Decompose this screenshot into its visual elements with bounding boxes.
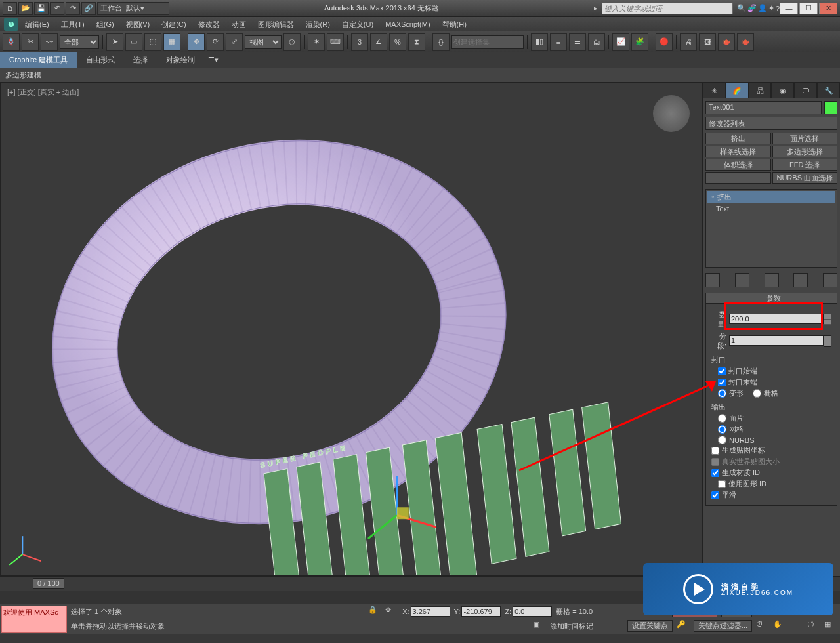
menu-edit[interactable]: 编辑(E) bbox=[20, 18, 54, 31]
save-button[interactable]: 💾 bbox=[34, 2, 49, 15]
ref-coord-dropdown[interactable]: 视图 bbox=[245, 35, 282, 49]
menu-grapheditors[interactable]: 图形编辑器 bbox=[253, 18, 299, 31]
viewcube[interactable] bbox=[653, 95, 690, 132]
window-crossing-icon[interactable]: ▦ bbox=[163, 33, 180, 51]
time-slider-thumb[interactable]: 0 / 100 bbox=[33, 578, 64, 589]
max-viewport-icon[interactable]: ▦ bbox=[824, 620, 837, 632]
tab-freeform[interactable]: 自由形式 bbox=[77, 52, 124, 68]
app-menu-button[interactable]: ❸ bbox=[4, 18, 18, 31]
mod-blank[interactable] bbox=[705, 172, 771, 184]
menu-tools[interactable]: 工具(T) bbox=[56, 18, 90, 31]
make-unique-icon[interactable] bbox=[765, 273, 779, 287]
link-button[interactable]: 🔗 bbox=[81, 2, 96, 15]
angle-snap-icon[interactable]: ∠ bbox=[370, 33, 387, 51]
manipulate-icon[interactable]: ✶ bbox=[308, 33, 325, 51]
pin-stack-icon[interactable] bbox=[705, 273, 720, 287]
tab-display-icon[interactable]: 🖵 bbox=[794, 83, 817, 98]
infocenter-arrow-icon[interactable]: ▸ bbox=[594, 4, 598, 12]
lock-selection-icon[interactable]: 🔒 bbox=[368, 606, 381, 617]
coord-y-input[interactable] bbox=[461, 606, 501, 617]
orbit-icon[interactable]: ⭯ bbox=[807, 620, 820, 632]
configure-sets-icon[interactable] bbox=[823, 273, 837, 287]
isolate-icon[interactable]: ▣ bbox=[533, 620, 546, 632]
mod-splineselect[interactable]: 样条线选择 bbox=[705, 146, 771, 157]
output-mesh-radio[interactable] bbox=[718, 425, 726, 434]
rotate-icon[interactable]: ⟳ bbox=[207, 33, 224, 51]
use-shape-id-checkbox[interactable] bbox=[718, 480, 726, 488]
stack-item-extrude[interactable]: ♀ 挤出 bbox=[707, 191, 835, 203]
render-iterative-icon[interactable]: 🫖 bbox=[737, 33, 754, 51]
key-mode-icon[interactable]: 🔑 bbox=[677, 620, 690, 632]
select-link-icon[interactable]: 🪢 bbox=[3, 33, 20, 51]
rendered-frame-icon[interactable]: 🖼 bbox=[699, 33, 716, 51]
unlink-icon[interactable]: ✂ bbox=[22, 33, 39, 51]
tab-create-icon[interactable]: ✳ bbox=[703, 83, 726, 98]
mod-volselect[interactable]: 体积选择 bbox=[705, 159, 771, 171]
viewport-label[interactable]: [+] [正交] [真实 + 边面] bbox=[7, 87, 79, 97]
favorite-icon[interactable]: ✦ bbox=[768, 4, 774, 12]
select-region-icon[interactable]: ⬚ bbox=[144, 33, 161, 51]
menu-animation[interactable]: 动画 bbox=[226, 18, 251, 31]
modifier-stack[interactable]: ♀ 挤出 Text bbox=[705, 189, 837, 268]
mod-ffdselect[interactable]: FFD 选择 bbox=[772, 159, 838, 171]
tab-utilities-icon[interactable]: 🔧 bbox=[817, 83, 840, 98]
named-sets-edit-icon[interactable]: {} bbox=[432, 33, 450, 51]
open-button[interactable]: 📂 bbox=[18, 2, 33, 15]
zoom-extents-icon[interactable]: ⛶ bbox=[790, 620, 803, 632]
mod-patchselect[interactable]: 面片选择 bbox=[772, 133, 838, 144]
close-button[interactable]: ✕ bbox=[819, 3, 837, 14]
keyboard-shortcut-icon[interactable]: ⌨ bbox=[327, 33, 344, 51]
layer-explorer-icon[interactable]: 🗂 bbox=[588, 33, 605, 51]
tab-motion-icon[interactable]: ◉ bbox=[771, 83, 794, 98]
object-color-swatch[interactable] bbox=[824, 101, 837, 114]
mod-polyselect[interactable]: 多边形选择 bbox=[772, 146, 838, 157]
schematic-icon[interactable]: 🧩 bbox=[631, 33, 648, 51]
help-search-input[interactable] bbox=[602, 3, 733, 14]
tab-selection[interactable]: 选择 bbox=[124, 52, 157, 68]
key-filters-button[interactable]: 关键点过滤器... bbox=[694, 620, 752, 632]
workspace-dropdown[interactable]: 工作台: 默认 ▾ bbox=[97, 2, 169, 15]
absolute-transform-icon[interactable]: ✥ bbox=[385, 606, 398, 617]
pivot-icon[interactable]: ◎ bbox=[284, 33, 301, 51]
ribbon-panel-label[interactable]: 多边形建模 bbox=[5, 70, 41, 80]
viewport[interactable]: [+] [正交] [真实 + 边面] SUP bbox=[0, 83, 702, 576]
minimize-button[interactable]: — bbox=[780, 3, 798, 14]
exchange-icon[interactable]: 🧬 bbox=[747, 4, 757, 12]
stack-item-text[interactable]: Text bbox=[707, 203, 835, 214]
maxscript-mini-listener[interactable]: 欢迎使用 MAXSc bbox=[1, 606, 67, 633]
percent-snap-icon[interactable]: % bbox=[389, 33, 406, 51]
gen-matid-checkbox[interactable] bbox=[711, 469, 719, 477]
spinner-snap-icon[interactable]: ⧗ bbox=[408, 33, 425, 51]
output-nurbs-radio[interactable] bbox=[718, 436, 726, 444]
object-name-input[interactable]: Text001 bbox=[705, 101, 822, 114]
scale-icon[interactable]: ⤢ bbox=[226, 33, 243, 51]
signin-icon[interactable]: 👤 bbox=[758, 4, 767, 12]
menu-help[interactable]: 帮助(H) bbox=[437, 18, 472, 31]
redo-button[interactable]: ↷ bbox=[66, 2, 80, 15]
menu-group[interactable]: 组(G) bbox=[91, 18, 119, 31]
select-object-icon[interactable]: ➤ bbox=[106, 33, 123, 51]
show-end-icon[interactable] bbox=[735, 273, 749, 287]
grid-radio[interactable] bbox=[753, 389, 761, 398]
pan-view-icon[interactable]: ✋ bbox=[773, 620, 786, 632]
cap-end-checkbox[interactable] bbox=[718, 379, 726, 386]
setkey-button[interactable]: 设置关键点 bbox=[627, 620, 673, 632]
maximize-button[interactable]: ☐ bbox=[799, 3, 818, 14]
segments-spinner[interactable] bbox=[729, 335, 831, 347]
mirror-icon[interactable]: ▮▯ bbox=[531, 33, 548, 51]
new-button[interactable]: 🗋 bbox=[3, 2, 17, 15]
align-icon[interactable]: ≡ bbox=[550, 33, 567, 51]
snap-toggle-icon[interactable]: 3 bbox=[351, 33, 368, 51]
menu-customize[interactable]: 自定义(U) bbox=[337, 18, 379, 31]
smooth-checkbox[interactable] bbox=[711, 491, 719, 499]
selection-filter-dropdown[interactable]: 全部 bbox=[60, 35, 99, 49]
add-time-tag[interactable]: 添加时间标记 bbox=[550, 621, 593, 631]
mod-nurbsselect[interactable]: NURBS 曲面选择 bbox=[772, 172, 838, 184]
tab-objectpaint[interactable]: 对象绘制 bbox=[157, 52, 204, 68]
search-icon[interactable]: 🔍 bbox=[737, 4, 746, 12]
cap-start-checkbox[interactable] bbox=[718, 367, 726, 375]
remove-mod-icon[interactable] bbox=[793, 273, 808, 287]
morph-radio[interactable] bbox=[718, 389, 726, 398]
menu-rendering[interactable]: 渲染(R) bbox=[301, 18, 335, 31]
render-setup-icon[interactable]: 🖨 bbox=[680, 33, 697, 51]
